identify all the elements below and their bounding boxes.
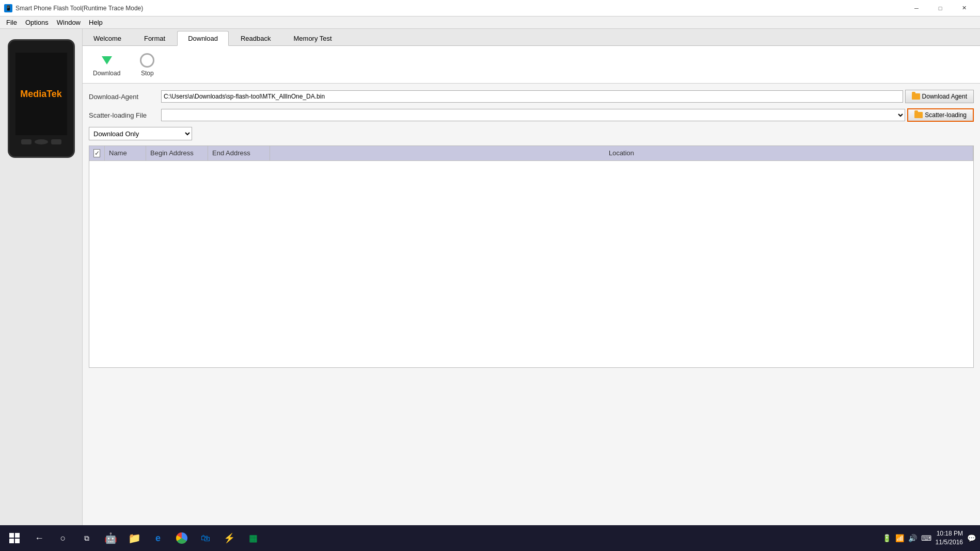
close-button[interactable]: ✕: [952, 0, 976, 17]
green-app-icon: ▦: [249, 532, 258, 544]
th-location: Location: [270, 146, 973, 160]
taskbar-back-button[interactable]: ←: [29, 528, 50, 548]
content-area: Welcome Format Download Readback Memory …: [83, 29, 980, 551]
taskbar-tray: 🔋 📶 🔊 ⌨ 10:18 PM 11/5/2016 💬: [882, 529, 976, 547]
store-icon: 🛍: [201, 533, 210, 544]
table-container: ✓ Name Begin Address End Address Locatio…: [89, 145, 974, 368]
mode-select[interactable]: Download Only: [89, 127, 192, 140]
tab-welcome[interactable]: Welcome: [83, 31, 132, 45]
agent-label: Download-Agent: [89, 93, 161, 101]
start-button[interactable]: [4, 528, 25, 548]
sidebar: MediaTek: [0, 29, 83, 551]
tab-readback[interactable]: Readback: [230, 31, 282, 45]
menu-bar: File Options Window Help: [0, 17, 980, 29]
windows-logo-icon: [9, 533, 20, 543]
tab-download[interactable]: Download: [177, 31, 229, 46]
checkmark-icon: ✓: [94, 150, 100, 157]
download-button[interactable]: Download: [89, 50, 124, 79]
edge-icon: e: [155, 533, 161, 544]
mediatek-logo: MediaTek: [20, 89, 62, 100]
back-icon: ←: [35, 533, 44, 544]
stop-circle-icon: [140, 53, 154, 68]
taskbar-date-text: 11/5/2016: [936, 538, 963, 547]
download-agent-button[interactable]: Download Agent: [905, 90, 974, 103]
phone-btn-left: [21, 139, 31, 144]
panel: Download-Agent Download Agent Scatter-lo…: [83, 84, 980, 530]
phone-btn-center: [35, 139, 48, 144]
app-icon: 📱: [4, 4, 12, 12]
volume-icon: 🔊: [908, 534, 917, 542]
scatter-select[interactable]: [161, 109, 905, 121]
taskbar-folder-button[interactable]: 📁: [124, 528, 145, 548]
stop-button[interactable]: Stop: [135, 50, 160, 79]
scatter-label: Scatter-loading File: [89, 111, 161, 119]
download-label: Download: [93, 70, 120, 77]
th-name: Name: [105, 146, 146, 160]
taskbar-icons: ← ○ ⧉ 🤖 📁 e 🛍 ⚡: [29, 528, 263, 548]
taskbar-edge-button[interactable]: e: [148, 528, 168, 548]
wifi-icon: 📶: [895, 534, 904, 542]
th-begin-address: Begin Address: [146, 146, 208, 160]
taskbar-android-button[interactable]: 🤖: [100, 528, 121, 548]
window-title: Smart Phone Flash Tool(Runtime Trace Mod…: [15, 5, 905, 12]
chrome-icon: [176, 532, 187, 544]
toolbar: Download Stop: [83, 46, 980, 84]
th-end-address: End Address: [208, 146, 270, 160]
window-controls: ─ □ ✕: [905, 0, 976, 17]
menu-help[interactable]: Help: [85, 18, 107, 27]
taskbar-search-button[interactable]: ○: [53, 528, 73, 548]
phone-btn-right: [51, 139, 61, 144]
phone-buttons: [21, 139, 61, 144]
scatter-folder-icon: [914, 112, 923, 118]
stop-label: Stop: [141, 70, 154, 77]
title-bar: 📱 Smart Phone Flash Tool(Runtime Trace M…: [0, 0, 980, 17]
menu-file[interactable]: File: [2, 18, 21, 27]
download-icon: [99, 52, 115, 69]
menu-options[interactable]: Options: [21, 18, 53, 27]
phone-screen: MediaTek: [15, 53, 67, 135]
minimize-button[interactable]: ─: [905, 0, 928, 17]
search-circle-icon: ○: [60, 533, 66, 544]
taskbar-chrome-button[interactable]: [171, 528, 192, 548]
mode-row: Download Only: [89, 127, 974, 140]
th-checkbox: ✓: [89, 146, 105, 160]
menu-window[interactable]: Window: [53, 18, 85, 27]
scatter-row: Scatter-loading File Scatter-loading: [89, 108, 974, 122]
tab-format[interactable]: Format: [133, 31, 176, 45]
taskbar-store-button[interactable]: 🛍: [195, 528, 216, 548]
tab-bar: Welcome Format Download Readback Memory …: [83, 29, 980, 46]
folder-taskbar-icon: 📁: [128, 532, 141, 544]
android-icon: 🤖: [104, 532, 117, 544]
agent-row: Download-Agent Download Agent: [89, 90, 974, 103]
select-all-checkbox[interactable]: ✓: [93, 149, 100, 157]
arrow-down-icon: [102, 56, 112, 64]
taskbar: ← ○ ⧉ 🤖 📁 e 🛍 ⚡: [0, 525, 980, 551]
taskbar-task-view-button[interactable]: ⧉: [76, 528, 97, 548]
phone-graphic: MediaTek: [8, 39, 75, 158]
folder-icon: [912, 93, 920, 100]
taskbar-green-button[interactable]: ▦: [243, 528, 263, 548]
scatter-btn-label: Scatter-loading: [925, 111, 967, 119]
scatter-loading-button[interactable]: Scatter-loading: [907, 108, 974, 122]
flash-tool-icon: ⚡: [224, 532, 235, 544]
taskbar-clock[interactable]: 10:18 PM 11/5/2016: [936, 529, 963, 547]
table-body: [89, 161, 973, 367]
taskbar-time-text: 10:18 PM: [936, 529, 963, 538]
maximize-button[interactable]: □: [928, 0, 952, 17]
battery-icon: 🔋: [882, 534, 891, 542]
notification-icon[interactable]: 💬: [967, 534, 976, 542]
task-view-icon: ⧉: [84, 534, 89, 543]
tab-memory-test[interactable]: Memory Test: [283, 31, 343, 45]
download-agent-label: Download Agent: [922, 93, 967, 100]
table-header: ✓ Name Begin Address End Address Locatio…: [89, 146, 973, 161]
agent-input[interactable]: [161, 90, 903, 103]
main-section: MediaTek Welcome Format Download Readbac…: [0, 29, 980, 551]
taskbar-flash-button[interactable]: ⚡: [219, 528, 240, 548]
stop-icon: [139, 52, 155, 69]
keyboard-icon: ⌨: [921, 534, 931, 542]
